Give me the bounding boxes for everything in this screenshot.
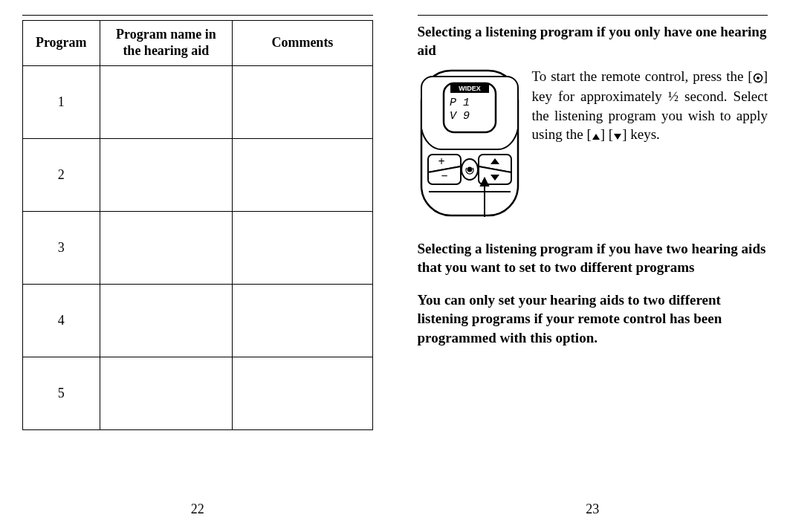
- table-header-row: Program Program name in the hearing aid …: [23, 21, 373, 66]
- cell-program: 5: [23, 357, 100, 430]
- cell-comments: [233, 66, 372, 139]
- remote-line1: P 1: [450, 97, 470, 109]
- svg-marker-13: [592, 134, 600, 140]
- table-row: 3: [23, 212, 373, 285]
- svg-text:+: +: [438, 155, 444, 168]
- heading-two-aids: Selecting a listening program if you hav…: [418, 240, 768, 276]
- table-row: 1: [23, 66, 373, 139]
- svg-text:−: −: [441, 169, 447, 182]
- page-right: Selecting a listening program if you onl…: [395, 0, 791, 532]
- table-row: 2: [23, 139, 373, 212]
- page-number-left: 22: [0, 502, 395, 517]
- cell-program: 3: [23, 212, 100, 285]
- cell-program: 4: [23, 285, 100, 357]
- page-spread: Program Program name in the hearing aid …: [0, 0, 790, 532]
- svg-point-8: [467, 167, 472, 172]
- cell-program-name: [100, 139, 233, 212]
- top-rule: [22, 15, 373, 16]
- cell-comments: [233, 139, 372, 212]
- note-paragraph: You can only set your hearing aids to tw…: [418, 291, 768, 348]
- table-row: 4: [23, 285, 373, 357]
- cell-comments: [233, 357, 372, 430]
- page-number-right: 23: [395, 502, 791, 517]
- intro-paragraph: To start the remote control, press the […: [532, 67, 768, 145]
- svg-point-12: [757, 77, 760, 80]
- cell-comments: [233, 212, 372, 285]
- cell-program-name: [100, 357, 233, 430]
- intro-text-post: ] keys.: [622, 126, 660, 142]
- volume-buttons: + −: [428, 155, 461, 184]
- heading-one-aid: Selecting a listening program if you onl…: [418, 23, 768, 59]
- page-left: Program Program name in the hearing aid …: [0, 0, 395, 532]
- intro-block: WIDEX P 1 V 9 + −: [418, 67, 768, 219]
- intro-text-mid2: ] [: [600, 126, 613, 142]
- cell-program-name: [100, 285, 233, 357]
- remote-brand: WIDEX: [459, 85, 481, 92]
- table-row: 5: [23, 357, 373, 430]
- top-rule: [418, 15, 768, 16]
- up-key-icon: [592, 126, 600, 145]
- cell-comments: [233, 285, 372, 357]
- remote-illustration: WIDEX P 1 V 9 + −: [418, 67, 522, 219]
- cell-program-name: [100, 66, 233, 139]
- header-program-name: Program name in the hearing aid: [100, 21, 233, 66]
- svg-marker-14: [614, 134, 621, 140]
- header-comments: Comments: [233, 21, 372, 66]
- intro-text-pre: To start the remote control, press the [: [532, 68, 753, 84]
- center-key-icon: [753, 68, 763, 87]
- cell-program: 1: [23, 66, 100, 139]
- cell-program: 2: [23, 139, 100, 212]
- program-table: Program Program name in the hearing aid …: [22, 20, 373, 430]
- remote-line2: V 9: [450, 110, 470, 123]
- down-key-icon: [613, 126, 622, 145]
- cell-program-name: [100, 212, 233, 285]
- header-program: Program: [23, 21, 100, 66]
